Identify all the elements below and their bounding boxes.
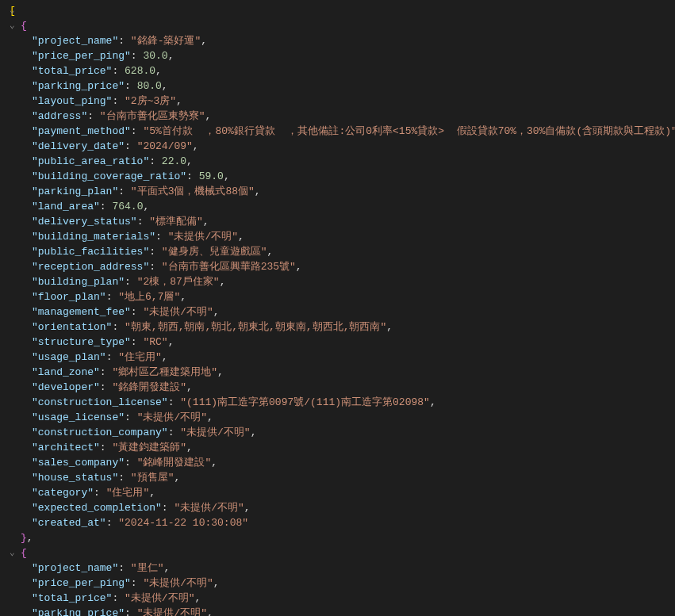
code-line[interactable]: "building_coverage_ratio": 59.0, [10,169,675,184]
code-line[interactable]: "parking_price": 80.0, [10,78,675,94]
colon: : [100,201,113,212]
colon: : [118,35,131,47]
code-line[interactable]: "address": "台南市善化區東勢寮", [10,109,675,124]
code-line[interactable]: "building_plan": "2棟，87戶住家", [10,274,675,289]
colon: : [125,411,137,423]
colon: : [100,381,113,393]
code-line[interactable]: "payment_method": "5%首付款 ，80%銀行貸款 ，其他備註:… [10,124,675,139]
comma: , [155,65,162,77]
colon: : [131,125,144,137]
comma: , [186,155,193,167]
json-string-value: "未提供/不明" [137,411,207,423]
json-key: "parking_price" [32,607,125,616]
code-line[interactable]: "house_status": "預售屋", [10,470,675,485]
colon: : [106,351,119,363]
colon: : [125,276,137,288]
comma: , [386,321,393,333]
code-line[interactable]: "category": "住宅用", [10,485,675,500]
comma: , [217,366,224,378]
code-line[interactable]: "price_per_ping": 30.0, [10,48,675,63]
code-line[interactable]: "construction_company": "未提供/不明", [10,425,675,440]
code-line[interactable]: "developer": "銘鋒開發建設", [10,380,675,395]
json-string-value: "未提供/不明" [143,577,213,589]
colon: : [112,321,125,333]
json-key: "sales_company" [32,457,125,469]
code-editor[interactable]: ⌄ [ ⌄ { "project_name": "銘鋒-築好運","price_… [0,0,675,616]
json-string-value: "預售屋" [131,472,175,484]
json-key: "category" [32,487,94,499]
json-key: "building_plan" [32,276,125,288]
comma: , [168,336,175,348]
json-key: "price_per_ping" [32,50,131,62]
comma: , [149,487,155,499]
code-line[interactable]: "usage_plan": "住宅用", [10,350,675,365]
code-line[interactable]: "sales_company": "銘峰開發建設", [10,455,675,470]
code-line[interactable]: "parking_plan": "平面式3個，機械式88個", [10,184,675,199]
code-line[interactable]: "structure_type": "RC", [10,335,675,350]
fold-toggle-icon[interactable]: ⌄ [10,3,15,18]
json-string-value: "2房~3房" [125,95,176,107]
code-line[interactable]: "construction_license": "(111)南工造字第0097號… [10,395,675,410]
code-line[interactable]: "price_per_ping": "未提供/不明", [10,576,675,591]
colon: : [112,592,125,604]
colon: : [131,577,144,589]
code-line[interactable]: "project_name": "里仁", [10,561,675,576]
code-line[interactable]: [ [10,3,675,18]
comma: , [186,442,193,453]
colon: : [106,517,119,529]
code-line[interactable]: "land_zone": "鄉村區乙種建築用地", [10,365,675,380]
json-key: "address" [32,110,87,122]
colon: : [125,607,137,616]
bracket-open-object: { [21,20,27,32]
code-line[interactable]: { [10,545,675,561]
json-key: "structure_type" [32,336,131,348]
code-line[interactable]: "floor_plan": "地上6,7層", [10,289,675,304]
code-line[interactable]: "management_fee": "未提供/不明", [10,304,675,319]
json-string-value: "標準配備" [149,216,203,228]
code-line[interactable]: "delivery_date": "2024/09", [10,139,675,154]
code-line[interactable]: "project_name": "銘鋒-築好運", [10,33,675,48]
json-number-value: 764.0 [112,201,143,212]
comma: , [194,592,201,604]
json-string-value: "未提供/不明" [143,306,213,318]
code-line[interactable]: "building_materials": "未提供/不明", [10,229,675,244]
json-key: "usage_plan" [32,351,106,363]
json-key: "delivery_date" [32,140,125,152]
fold-toggle-icon[interactable]: ⌄ [10,545,15,561]
json-string-value: "未提供/不明" [137,607,207,616]
code-line[interactable]: "total_price": "未提供/不明", [10,591,675,606]
code-line[interactable]: "layout_ping": "2房~3房", [10,94,675,109]
code-line[interactable]: "total_price": 628.0, [10,63,675,78]
colon: : [155,231,168,243]
colon: : [100,442,113,453]
code-line[interactable]: "parking_price": "未提供/不明", [10,606,675,616]
comma: , [207,607,213,616]
colon: : [131,50,144,62]
json-string-value: "朝東,朝西,朝南,朝北,朝東北,朝東南,朝西北,朝西南" [125,321,386,333]
code-line[interactable]: "public_area_ratio": 22.0, [10,154,675,169]
code-line[interactable]: { [10,18,675,33]
code-line[interactable]: "created_at": "2024-11-22 10:30:08" [10,515,675,530]
code-line[interactable]: "usage_license": "未提供/不明", [10,410,675,425]
code-line[interactable]: "reception_address": "台南市善化區興華路235號", [10,259,675,274]
code-line[interactable]: "architect": "黃建鈞建築師", [10,440,675,455]
code-line[interactable]: }, [10,530,675,545]
comma: , [168,50,175,62]
json-key: "architect" [32,442,100,453]
code-line[interactable]: "expected_completion": "未提供/不明", [10,500,675,515]
code-line[interactable]: "delivery_status": "標準配備", [10,214,675,229]
json-string-value: "黃建鈞建築師" [112,442,186,453]
comma: , [211,457,217,469]
json-string-value: "未提供/不明" [125,592,194,604]
comma: , [205,110,211,122]
code-line[interactable]: "public_facilities": "健身房、兒童遊戲區", [10,244,675,259]
json-string-value: "2024/09" [137,140,193,152]
json-string-value: "里仁" [131,562,164,574]
code-line[interactable]: "orientation": "朝東,朝西,朝南,朝北,朝東北,朝東南,朝西北,… [10,319,675,335]
fold-toggle-icon[interactable]: ⌄ [10,18,15,33]
colon: : [106,291,119,303]
colon: : [149,155,162,167]
json-string-value: "銘峰開發建設" [137,457,212,469]
colon: : [94,487,106,499]
code-line[interactable]: "land_area": 764.0, [10,199,675,214]
